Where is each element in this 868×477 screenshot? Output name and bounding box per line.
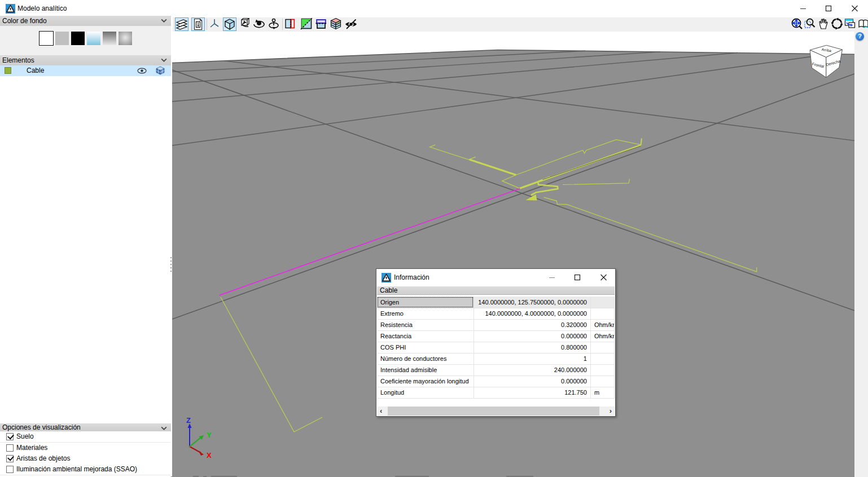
svg-text:Y: Y xyxy=(207,431,212,439)
svg-text:X: X xyxy=(207,451,212,460)
svg-text:Z: Z xyxy=(186,416,191,425)
